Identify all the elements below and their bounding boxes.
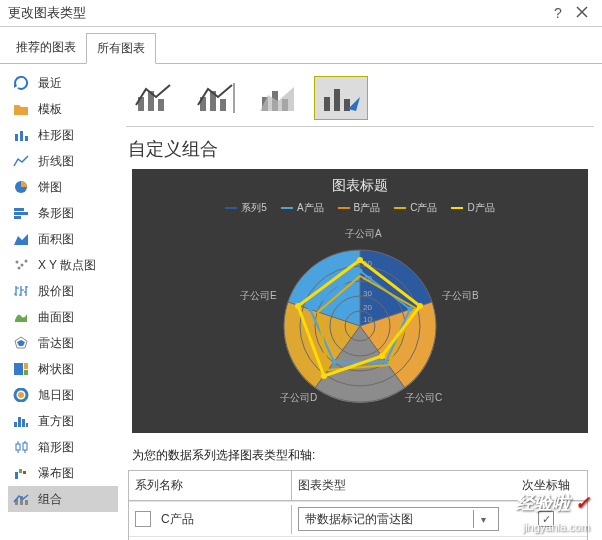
chart-legend: 系列5 A产品 B产品 C产品 D产品 bbox=[142, 201, 578, 215]
sidebar-item-sunburst[interactable]: 旭日图 bbox=[8, 382, 118, 408]
sidebar-item-pie[interactable]: 饼图 bbox=[8, 174, 118, 200]
legend-item: A产品 bbox=[281, 201, 324, 215]
radar-icon bbox=[12, 335, 30, 351]
bar-icon bbox=[12, 205, 30, 221]
svg-rect-21 bbox=[26, 423, 28, 427]
chart-type-select[interactable]: 带数据标记的雷达图▾ bbox=[298, 507, 499, 531]
sidebar-item-label: 柱形图 bbox=[38, 127, 74, 144]
chart-category-sidebar: 最近 模板 柱形图 折线图 饼图 条形图 面积图 X Y 散点图 股价图 曲面图… bbox=[8, 70, 118, 540]
sidebar-item-stock[interactable]: 股价图 bbox=[8, 278, 118, 304]
sidebar-item-label: 组合 bbox=[38, 491, 62, 508]
sidebar-item-label: 模板 bbox=[38, 101, 62, 118]
line-icon bbox=[12, 153, 30, 169]
radar-axis-label: 子公司A bbox=[345, 227, 382, 241]
sidebar-item-label: 面积图 bbox=[38, 231, 74, 248]
stock-icon bbox=[12, 283, 30, 299]
combo-subtype-1[interactable] bbox=[128, 76, 182, 120]
combo-subtype-3[interactable] bbox=[252, 76, 306, 120]
svg-rect-18 bbox=[14, 422, 17, 427]
sidebar-item-treemap[interactable]: 树状图 bbox=[8, 356, 118, 382]
area-icon bbox=[12, 231, 30, 247]
sidebar-item-surface[interactable]: 曲面图 bbox=[8, 304, 118, 330]
svg-rect-5 bbox=[14, 212, 28, 215]
close-button[interactable] bbox=[570, 5, 594, 22]
col-header-name: 系列名称 bbox=[129, 471, 292, 500]
sidebar-item-label: 曲面图 bbox=[38, 309, 74, 326]
watermark: 经验啦 ✓ jingyanla.com bbox=[516, 491, 590, 536]
legend-item: B产品 bbox=[338, 201, 381, 215]
sidebar-item-scatter[interactable]: X Y 散点图 bbox=[8, 252, 118, 278]
col-header-type: 图表类型 bbox=[292, 471, 505, 500]
sidebar-item-column[interactable]: 柱形图 bbox=[8, 122, 118, 148]
close-icon bbox=[575, 5, 589, 19]
svg-rect-22 bbox=[16, 444, 20, 450]
sidebar-item-area[interactable]: 面积图 bbox=[8, 226, 118, 252]
sidebar-item-bar[interactable]: 条形图 bbox=[8, 200, 118, 226]
svg-rect-4 bbox=[14, 208, 24, 211]
sidebar-item-radar[interactable]: 雷达图 bbox=[8, 330, 118, 356]
svg-point-7 bbox=[16, 261, 19, 264]
scatter-icon bbox=[12, 257, 30, 273]
legend-item: C产品 bbox=[394, 201, 437, 215]
combo-subtype-custom[interactable] bbox=[314, 76, 368, 120]
sidebar-item-combo[interactable]: 组合 bbox=[8, 486, 118, 512]
sidebar-item-label: 雷达图 bbox=[38, 335, 74, 352]
svg-point-10 bbox=[18, 267, 21, 270]
legend-item: D产品 bbox=[451, 201, 494, 215]
series-color-swatch bbox=[135, 511, 151, 527]
sidebar-item-waterfall[interactable]: 瀑布图 bbox=[8, 460, 118, 486]
sidebar-item-histogram[interactable]: 直方图 bbox=[8, 408, 118, 434]
svg-point-69 bbox=[295, 303, 301, 309]
radar-axis-label: 子公司B bbox=[442, 289, 479, 303]
svg-point-65 bbox=[357, 257, 363, 263]
sidebar-item-line[interactable]: 折线图 bbox=[8, 148, 118, 174]
svg-point-68 bbox=[321, 373, 327, 379]
svg-text:30: 30 bbox=[363, 289, 372, 298]
svg-rect-2 bbox=[25, 136, 28, 141]
section-title: 自定义组合 bbox=[126, 127, 594, 169]
radar-axis-label: 子公司C bbox=[405, 391, 442, 405]
svg-point-17 bbox=[18, 392, 24, 398]
sidebar-item-label: X Y 散点图 bbox=[38, 257, 96, 274]
folder-icon bbox=[12, 101, 30, 117]
svg-point-74 bbox=[308, 307, 313, 312]
help-button[interactable]: ? bbox=[546, 5, 570, 21]
combo-subtype-2[interactable] bbox=[190, 76, 244, 120]
tab-recommended[interactable]: 推荐的图表 bbox=[6, 33, 86, 63]
svg-rect-0 bbox=[15, 134, 18, 141]
sidebar-item-templates[interactable]: 模板 bbox=[8, 96, 118, 122]
svg-rect-28 bbox=[15, 472, 18, 479]
sidebar-item-label: 折线图 bbox=[38, 153, 74, 170]
sidebar-item-label: 箱形图 bbox=[38, 439, 74, 456]
svg-point-70 bbox=[358, 269, 363, 274]
radar-axis-label: 子公司E bbox=[240, 289, 277, 303]
treemap-icon bbox=[12, 361, 30, 377]
sidebar-item-label: 饼图 bbox=[38, 179, 62, 196]
sidebar-item-label: 最近 bbox=[38, 75, 62, 92]
svg-point-66 bbox=[417, 303, 423, 309]
svg-point-9 bbox=[25, 260, 28, 263]
histogram-icon bbox=[12, 413, 30, 429]
sidebar-item-label: 条形图 bbox=[38, 205, 74, 222]
combo-icon bbox=[12, 491, 30, 507]
series-row[interactable]: D产品 带数据标记的雷达图▾ ✓ bbox=[129, 536, 587, 540]
sidebar-item-boxplot[interactable]: 箱形图 bbox=[8, 434, 118, 460]
sidebar-item-recent[interactable]: 最近 bbox=[8, 70, 118, 96]
boxplot-icon bbox=[12, 439, 30, 455]
svg-rect-14 bbox=[24, 363, 28, 369]
svg-rect-45 bbox=[334, 89, 340, 111]
sidebar-item-label: 树状图 bbox=[38, 361, 74, 378]
svg-rect-25 bbox=[23, 443, 27, 450]
svg-rect-15 bbox=[24, 370, 28, 375]
combo-subtype-row bbox=[126, 70, 594, 127]
recent-icon bbox=[12, 75, 30, 91]
waterfall-icon bbox=[12, 465, 30, 481]
svg-rect-33 bbox=[25, 500, 28, 505]
svg-point-8 bbox=[21, 264, 24, 267]
svg-point-72 bbox=[384, 360, 389, 365]
svg-rect-1 bbox=[20, 131, 23, 141]
svg-rect-39 bbox=[220, 99, 226, 111]
legend-item: 系列5 bbox=[225, 201, 267, 215]
tab-all-charts[interactable]: 所有图表 bbox=[86, 33, 156, 64]
svg-point-67 bbox=[379, 353, 385, 359]
